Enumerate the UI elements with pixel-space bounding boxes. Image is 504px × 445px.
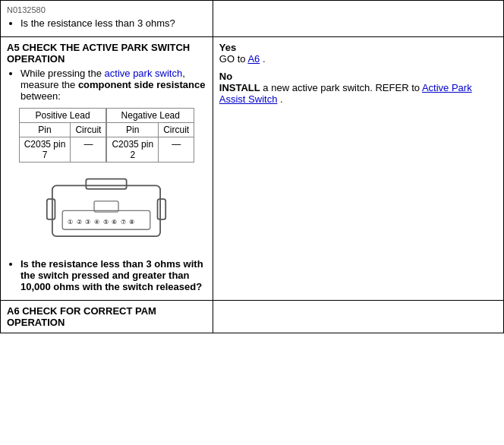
a5-right: Yes GO to A6 . No INSTALL a new active p… <box>213 37 503 301</box>
svg-text:⑦: ⑦ <box>121 219 126 226</box>
no-label: No <box>219 71 232 82</box>
negative-lead-header: Negative Lead <box>106 109 194 123</box>
circuit-col-neg: Circuit <box>159 123 194 137</box>
pin-table: Positive Lead Negative Lead Pin Circuit … <box>19 108 194 163</box>
connector-svg: ① ② ③ ④ ⑤ ⑥ ⑦ ⑧ <box>46 175 167 251</box>
svg-text:⑤: ⑤ <box>103 219 109 226</box>
svg-rect-1 <box>87 179 127 189</box>
prev-step-left: N0132580 Is the resistance less than 3 o… <box>1 1 213 37</box>
pin-col-neg: Pin <box>106 123 158 137</box>
a5-instruction-item: While pressing the active park switch, m… <box>20 68 206 102</box>
prev-step-row: N0132580 Is the resistance less than 3 o… <box>1 1 504 37</box>
a5-left: A5 CHECK THE ACTIVE PARK SWITCH OPERATIO… <box>1 37 213 301</box>
svg-text:①: ① <box>68 219 74 226</box>
pos-circuit-value: — <box>71 137 107 163</box>
a6-left: A6 CHECK FOR CORRECT PAM OPERATION <box>1 301 213 333</box>
svg-text:④: ④ <box>94 219 99 226</box>
neg-circuit-value: — <box>159 137 194 163</box>
a5-question-text: Is the resistance less than 3 ohms with … <box>20 258 203 292</box>
a5-instruction-list: While pressing the active park switch, m… <box>7 68 206 102</box>
prev-question-item: Is the resistance less than 3 ohms? <box>20 17 206 29</box>
yes-link[interactable]: A6 <box>247 53 260 65</box>
svg-rect-3 <box>158 199 166 219</box>
yes-block: Yes GO to A6 . <box>219 42 497 65</box>
prev-question-text: Is the resistance less than 3 ohms? <box>20 17 175 29</box>
pin-col-pos: Pin <box>19 123 71 137</box>
circuit-col-pos: Circuit <box>71 123 107 137</box>
svg-text:⑧: ⑧ <box>130 219 135 226</box>
yes-period: . <box>263 53 266 65</box>
prev-question-list: Is the resistance less than 3 ohms? <box>7 17 206 29</box>
yes-label: Yes <box>219 42 236 53</box>
svg-text:③: ③ <box>86 219 91 226</box>
pin-table-header-row: Positive Lead Negative Lead <box>19 109 194 123</box>
yes-go-text: GO to <box>219 53 246 65</box>
no-period: . <box>280 93 283 105</box>
main-table: N0132580 Is the resistance less than 3 o… <box>0 0 504 333</box>
prev-step-right <box>213 1 503 37</box>
svg-rect-2 <box>47 199 55 219</box>
a5-title: A5 CHECK THE ACTIVE PARK SWITCH OPERATIO… <box>7 42 206 65</box>
a5-blue-text: active park switch <box>105 68 183 79</box>
no-install-text: INSTALL <box>219 82 260 93</box>
a6-title: A6 CHECK FOR CORRECT PAM OPERATION <box>7 305 206 328</box>
no-block: No INSTALL a new active park switch. REF… <box>219 71 497 105</box>
svg-text:⑥: ⑥ <box>112 219 118 226</box>
a5-question-list: Is the resistance less than 3 ohms with … <box>7 258 206 292</box>
a5-bold-text: component side resistance <box>78 79 206 90</box>
connector-diagram: ① ② ③ ④ ⑤ ⑥ ⑦ ⑧ <box>7 175 206 251</box>
a5-question-item: Is the resistance less than 3 ohms with … <box>20 258 206 292</box>
pin-table-subheader-row: Pin Circuit Pin Circuit <box>19 123 194 137</box>
step-id: N0132580 <box>7 5 206 14</box>
no-text: a new active park switch. REFER to <box>263 82 420 93</box>
a5-row: A5 CHECK THE ACTIVE PARK SWITCH OPERATIO… <box>1 37 504 301</box>
svg-text:②: ② <box>77 219 82 226</box>
neg-pin-value: C2035 pin2 <box>106 137 158 163</box>
positive-lead-header: Positive Lead <box>19 109 106 123</box>
pin-table-data-row: C2035 pin7 — C2035 pin2 — <box>19 137 194 163</box>
a6-right <box>213 301 503 333</box>
a6-row: A6 CHECK FOR CORRECT PAM OPERATION <box>1 301 504 333</box>
pos-pin-value: C2035 pin7 <box>19 137 71 163</box>
